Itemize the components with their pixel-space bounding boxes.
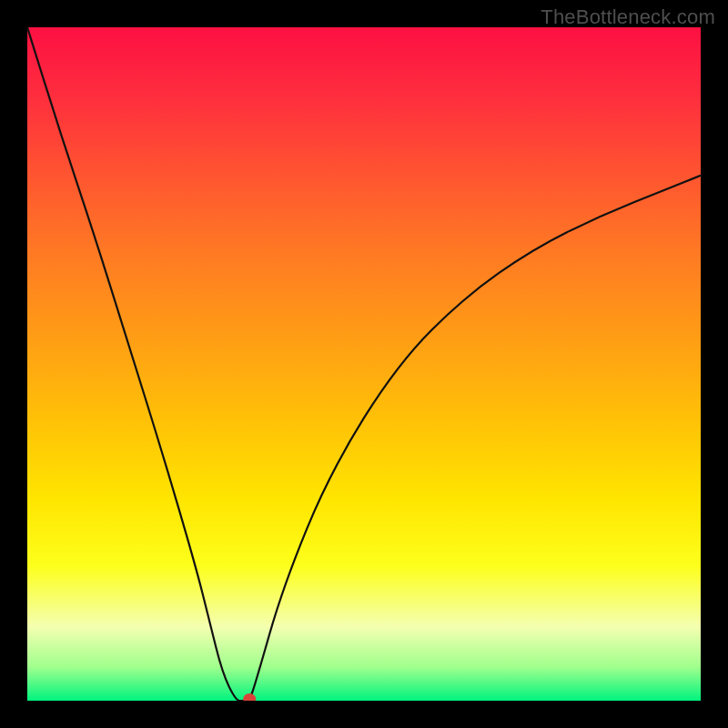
chart-svg bbox=[27, 27, 701, 701]
bottleneck-curve bbox=[27, 27, 701, 701]
plot-area bbox=[27, 27, 701, 701]
optimal-point-marker bbox=[243, 693, 256, 701]
watermark-text: TheBottleneck.com bbox=[541, 5, 715, 29]
